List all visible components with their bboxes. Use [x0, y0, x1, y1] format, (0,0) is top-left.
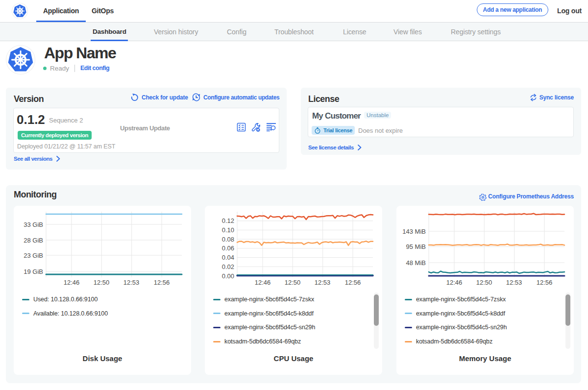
svg-text:0.10: 0.10: [222, 226, 234, 234]
svg-text:0.12: 0.12: [222, 217, 234, 224]
svg-text:12:46: 12:46: [255, 279, 271, 286]
svg-text:0.04: 0.04: [222, 254, 234, 261]
svg-text:12:50: 12:50: [94, 279, 110, 286]
svg-text:143 MiB: 143 MiB: [402, 228, 426, 235]
svg-text:12:56: 12:56: [345, 279, 361, 286]
svg-text:12:53: 12:53: [123, 279, 140, 286]
svg-text:95 MiB: 95 MiB: [406, 243, 426, 250]
svg-text:12:46: 12:46: [64, 279, 80, 286]
svg-text:28 GiB: 28 GiB: [24, 237, 43, 244]
svg-text:12:53: 12:53: [506, 279, 522, 286]
svg-text:12:56: 12:56: [154, 279, 170, 286]
svg-text:0.06: 0.06: [222, 244, 234, 252]
svg-text:0.02: 0.02: [222, 263, 234, 270]
svg-text:12:50: 12:50: [285, 279, 301, 286]
svg-text:23 GiB: 23 GiB: [24, 252, 43, 259]
svg-text:19 GiB: 19 GiB: [24, 268, 43, 275]
svg-text:0.00: 0.00: [222, 272, 234, 280]
svg-text:12:46: 12:46: [446, 279, 463, 286]
svg-text:12:50: 12:50: [476, 279, 492, 286]
svg-text:48 MiB: 48 MiB: [406, 259, 426, 267]
svg-text:0.08: 0.08: [222, 236, 234, 243]
svg-text:12:53: 12:53: [315, 279, 331, 286]
svg-text:33 GiB: 33 GiB: [24, 221, 43, 228]
svg-text:12:56: 12:56: [537, 279, 553, 286]
